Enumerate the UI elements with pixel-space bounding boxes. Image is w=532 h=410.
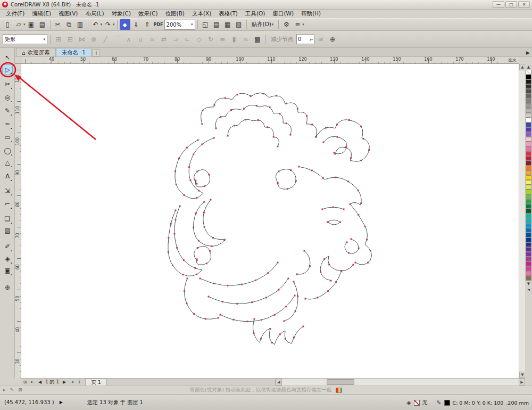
curve-smoothness-spinbox[interactable]: 0▴▾ bbox=[296, 34, 314, 44]
curve-node[interactable] bbox=[348, 252, 350, 253]
curve-object[interactable] bbox=[320, 256, 353, 281]
curve-node[interactable] bbox=[225, 97, 226, 99]
curve-node[interactable] bbox=[198, 240, 200, 242]
curve-node[interactable] bbox=[236, 94, 238, 95]
curve-node[interactable] bbox=[274, 314, 276, 316]
tab-document[interactable]: 未命名 -1 bbox=[56, 48, 92, 56]
curve-object[interactable] bbox=[175, 138, 214, 199]
curve-node[interactable] bbox=[297, 108, 298, 109]
page-tab[interactable]: 页 1 bbox=[85, 379, 107, 386]
new-document-icon[interactable]: ▯ bbox=[2, 19, 13, 30]
curve-node[interactable] bbox=[279, 113, 280, 114]
curve-node[interactable] bbox=[182, 274, 184, 275]
color-swatch-26[interactable] bbox=[526, 190, 531, 194]
curve-node[interactable] bbox=[343, 209, 345, 210]
polygon-tool[interactable]: △ bbox=[2, 157, 13, 168]
menu-item-10[interactable]: 工具(O) bbox=[242, 10, 269, 18]
color-swatch-18[interactable] bbox=[526, 151, 531, 156]
curve-node[interactable] bbox=[204, 185, 205, 187]
curve-object[interactable] bbox=[194, 200, 226, 247]
curve-node[interactable] bbox=[351, 239, 352, 240]
curve-node[interactable] bbox=[188, 166, 190, 168]
horizontal-ruler[interactable]: 毫米 4050607080901001101201301401501601701… bbox=[21, 57, 519, 64]
curve-node[interactable] bbox=[363, 138, 364, 140]
curve-node[interactable] bbox=[287, 188, 288, 190]
curve-node[interactable] bbox=[295, 180, 297, 182]
smart-fill-tool[interactable]: ▣ bbox=[2, 265, 13, 276]
color-swatch-38[interactable] bbox=[526, 247, 531, 252]
next-page-icon[interactable]: ▶ bbox=[61, 379, 68, 386]
curve-node[interactable] bbox=[227, 285, 228, 286]
curve-node[interactable] bbox=[297, 296, 298, 297]
shape-tool[interactable]: ▷ bbox=[2, 64, 13, 75]
curve-node[interactable] bbox=[269, 328, 271, 330]
curve-node[interactable] bbox=[360, 202, 362, 204]
color-swatch-3[interactable] bbox=[526, 79, 531, 84]
curve-node[interactable] bbox=[277, 183, 279, 185]
cut-icon[interactable]: ✂ bbox=[53, 19, 63, 30]
color-swatch-8[interactable] bbox=[526, 103, 531, 108]
curve-smoothness-icon[interactable]: ≋ bbox=[315, 34, 326, 45]
color-eyedropper-tool[interactable]: ✐ bbox=[2, 241, 13, 252]
curve-node[interactable] bbox=[293, 281, 295, 283]
curve-node[interactable] bbox=[339, 222, 341, 223]
color-swatch-23[interactable] bbox=[526, 175, 531, 180]
color-swatch-27[interactable] bbox=[526, 194, 531, 199]
stretch-nodes-icon[interactable]: ◇ bbox=[194, 34, 204, 45]
curve-node[interactable] bbox=[355, 262, 356, 264]
curve-node[interactable] bbox=[261, 319, 262, 321]
curve-node[interactable] bbox=[278, 289, 279, 291]
curve-node[interactable] bbox=[222, 301, 223, 302]
smooth-node-icon[interactable]: ∪ bbox=[135, 34, 146, 45]
color-swatch-7[interactable] bbox=[526, 99, 531, 103]
curve-node[interactable] bbox=[203, 212, 205, 214]
curve-node[interactable] bbox=[337, 136, 338, 138]
new-tab-button[interactable]: + bbox=[93, 50, 100, 56]
show-guidelines-icon[interactable]: ▧ bbox=[234, 19, 244, 30]
rectangle-tool[interactable]: ▭ bbox=[2, 132, 13, 143]
more-tools-button[interactable]: ⊕ bbox=[2, 282, 13, 293]
color-swatch-13[interactable] bbox=[526, 127, 531, 132]
fill-bucket-icon[interactable]: ◈ bbox=[406, 399, 411, 406]
undo-icon[interactable]: ↶ bbox=[90, 19, 101, 30]
curve-object[interactable] bbox=[194, 247, 211, 265]
break-curve-icon[interactable]: ⋈ bbox=[77, 34, 87, 45]
curve-node[interactable] bbox=[335, 281, 337, 283]
curve-node[interactable] bbox=[296, 274, 298, 275]
color-swatch-37[interactable] bbox=[526, 242, 531, 247]
curve-node[interactable] bbox=[358, 248, 360, 249]
color-swatch-17[interactable] bbox=[526, 146, 531, 151]
dimension-tool[interactable]: ⇲ bbox=[2, 185, 13, 196]
zoom-tool[interactable]: ◎ bbox=[2, 92, 13, 103]
color-swatch-22[interactable] bbox=[526, 170, 531, 175]
curve-node[interactable] bbox=[184, 194, 185, 196]
document-palette-icon[interactable] bbox=[336, 388, 342, 393]
maximize-button[interactable]: ▢ bbox=[505, 1, 517, 8]
color-swatch-32[interactable] bbox=[526, 218, 531, 223]
menu-item-1[interactable]: 文件(F) bbox=[2, 10, 28, 18]
curve-node[interactable] bbox=[209, 250, 211, 252]
curve-node[interactable] bbox=[346, 242, 348, 243]
symmetric-node-icon[interactable]: ≍ bbox=[147, 34, 157, 45]
vertical-ruler[interactable]: 12011010090807060504030 bbox=[15, 64, 21, 378]
print-icon[interactable]: ▤ bbox=[37, 19, 48, 30]
curve-node[interactable] bbox=[196, 183, 198, 185]
menu-item-4[interactable]: 布局(L) bbox=[81, 10, 107, 18]
tab-nav-icon[interactable]: ▶ bbox=[526, 50, 530, 55]
curve-node[interactable] bbox=[295, 310, 296, 312]
curve-node[interactable] bbox=[253, 333, 255, 334]
color-swatch-33[interactable] bbox=[526, 223, 531, 228]
curve-node[interactable] bbox=[211, 245, 212, 247]
delete-node-icon[interactable]: ⊟ bbox=[65, 34, 76, 45]
curve-node[interactable] bbox=[277, 146, 279, 147]
curve-node[interactable] bbox=[278, 170, 279, 172]
last-page-icon[interactable]: ⇥ bbox=[68, 379, 76, 386]
first-page-icon[interactable]: ⇤ bbox=[29, 379, 36, 386]
curve-node[interactable] bbox=[311, 124, 313, 126]
color-swatch-31[interactable] bbox=[526, 214, 531, 218]
curve-node[interactable] bbox=[257, 119, 259, 121]
curve-node[interactable] bbox=[323, 142, 325, 143]
coords-flyout-icon[interactable]: ▶ bbox=[60, 400, 63, 405]
curve-node[interactable] bbox=[223, 240, 225, 241]
curve-node[interactable] bbox=[195, 212, 197, 214]
